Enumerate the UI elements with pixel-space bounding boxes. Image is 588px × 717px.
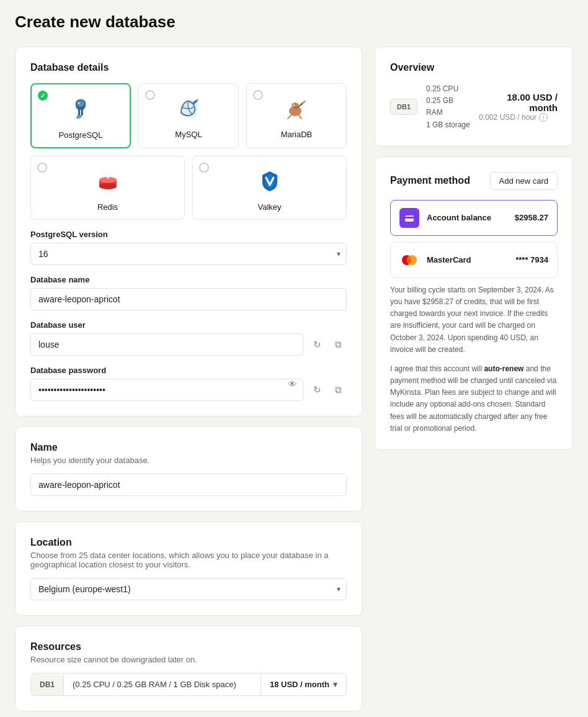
valkey-label: Valkey (257, 202, 281, 212)
db-type-row2: Redis Valkey (30, 156, 347, 220)
resources-card: Resources Resource size cannot be downgr… (15, 626, 362, 711)
db-name-input[interactable] (30, 288, 347, 310)
overview-specs: 0.25 CPU 0.25 GB RAM 1 GB storage (426, 83, 470, 131)
svg-point-6 (293, 105, 295, 106)
db-type-grid: PostgreSQL MyS (30, 83, 347, 148)
valkey-icon (255, 166, 285, 196)
location-select[interactable]: Belgium (europe-west1) US-East US-West A… (30, 578, 347, 600)
db-password-field-group: Database password 👁 ↻ ⧉ (30, 366, 347, 401)
page-title: Create new database (15, 12, 573, 32)
mysql-icon (174, 94, 203, 124)
payment-card: Payment method Add new card Account bala… (375, 156, 573, 450)
payment-header: Payment method Add new card (390, 172, 558, 190)
location-card: Location Choose from 25 data center loca… (15, 521, 362, 616)
overview-badge: DB1 (390, 99, 417, 115)
resource-badge: DB1 (31, 674, 64, 695)
mastercard-last4: **** 7934 (515, 255, 548, 264)
payment-option-mastercard[interactable]: MasterCard **** 7934 (390, 242, 558, 278)
radio-redis (37, 163, 47, 173)
db-user-refresh-button[interactable]: ↻ (308, 336, 326, 353)
redis-label: Redis (97, 202, 118, 212)
overview-price-hour: 0.002 USD / hour i (479, 113, 558, 122)
resource-spec: (0.25 CPU / 0.25 GB RAM / 1 GB Disk spac… (64, 674, 261, 695)
resource-price: 18 USD / month ▾ (261, 674, 346, 695)
radio-mariadb (253, 90, 263, 100)
db-password-input-wrap: 👁 ↻ ⧉ (30, 379, 347, 401)
db-user-field-group: Database user ↻ ⧉ (30, 320, 347, 356)
db-password-label: Database password (30, 366, 347, 375)
db-user-input[interactable] (30, 333, 303, 356)
version-select[interactable]: 16 15 14 (30, 243, 347, 265)
account-balance-icon (399, 208, 419, 228)
db-password-actions: ↻ ⧉ (308, 381, 347, 399)
postgresql-label: PostgreSQL (59, 130, 103, 140)
svg-point-15 (406, 219, 408, 220)
mariadb-icon (282, 94, 311, 124)
db-option-valkey[interactable]: Valkey (192, 156, 347, 220)
db-option-mariadb[interactable]: MariaDB (246, 83, 347, 148)
payment-title: Payment method (390, 175, 470, 186)
db-user-copy-button[interactable]: ⧉ (329, 336, 347, 353)
svg-point-2 (77, 101, 84, 107)
svg-rect-14 (405, 217, 414, 219)
radio-postgresql (38, 91, 48, 101)
account-balance-amount: $2958.27 (515, 213, 548, 222)
database-details-title: Database details (30, 62, 347, 73)
radio-mysql (145, 90, 155, 100)
name-input[interactable] (30, 474, 347, 496)
resource-option[interactable]: DB1 (0.25 CPU / 0.25 GB RAM / 1 GB Disk … (30, 673, 347, 696)
version-select-wrap: 16 15 14 ▾ (30, 243, 347, 265)
add-new-card-button[interactable]: Add new card (490, 172, 558, 190)
db-password-refresh-button[interactable]: ↻ (308, 381, 326, 399)
db-user-input-wrap: ↻ ⧉ (30, 333, 347, 356)
db-password-eye-button[interactable]: 👁 (288, 379, 297, 389)
overview-price-month: 18.00 USD / month (479, 92, 558, 113)
db-user-label: Database user (30, 320, 347, 330)
mastercard-icon (399, 250, 419, 270)
svg-point-3 (78, 102, 80, 104)
version-label: PostgreSQL version (30, 230, 347, 239)
db-password-copy-button[interactable]: ⧉ (329, 381, 347, 399)
mastercard-label: MasterCard (427, 255, 471, 264)
overview-card: Overview DB1 0.25 CPU 0.25 GB RAM 1 GB s… (375, 47, 573, 147)
db-option-postgresql[interactable]: PostgreSQL (30, 83, 131, 148)
resource-chevron-icon: ▾ (333, 680, 337, 689)
name-section-desc: Helps you identify your database. (30, 456, 347, 465)
location-section-desc: Choose from 25 data center locations, wh… (30, 551, 347, 569)
price-info-icon[interactable]: i (539, 113, 548, 122)
redis-icon (93, 166, 123, 196)
database-details-card: Database details (15, 47, 362, 417)
overview-title: Overview (390, 62, 558, 73)
db-password-input[interactable] (30, 379, 303, 401)
mariadb-label: MariaDB (281, 130, 313, 139)
db-option-redis[interactable]: Redis (30, 156, 185, 220)
auto-renew-note: I agree that this account will auto-rene… (390, 363, 558, 435)
version-field-group: PostgreSQL version 16 15 14 ▾ (30, 230, 347, 265)
location-section-title: Location (30, 537, 347, 548)
svg-point-7 (293, 106, 297, 109)
resources-section-desc: Resource size cannot be downgraded later… (30, 655, 347, 664)
svg-point-11 (99, 183, 117, 189)
name-section-title: Name (30, 442, 347, 453)
overview-price: 18.00 USD / month 0.002 USD / hour i (479, 92, 558, 122)
location-select-wrap: Belgium (europe-west1) US-East US-West A… (30, 578, 347, 600)
db-name-field-group: Database name (30, 275, 347, 310)
name-card: Name Helps you identify your database. (15, 426, 362, 512)
postgresql-icon (66, 94, 96, 124)
mysql-label: MySQL (175, 130, 202, 139)
payment-option-account-balance[interactable]: Account balance $2958.27 (390, 200, 558, 236)
billing-note: Your billing cycle starts on September 3… (390, 284, 558, 356)
radio-valkey (199, 163, 209, 173)
account-balance-label: Account balance (427, 213, 491, 222)
db-name-label: Database name (30, 275, 347, 284)
db-option-mysql[interactable]: MySQL (138, 83, 239, 148)
resources-section-title: Resources (30, 641, 347, 652)
overview-row: DB1 0.25 CPU 0.25 GB RAM 1 GB storage 18… (390, 83, 558, 131)
db-user-actions: ↻ ⧉ (308, 336, 347, 353)
auto-renew-bold: auto-renew (484, 364, 523, 373)
